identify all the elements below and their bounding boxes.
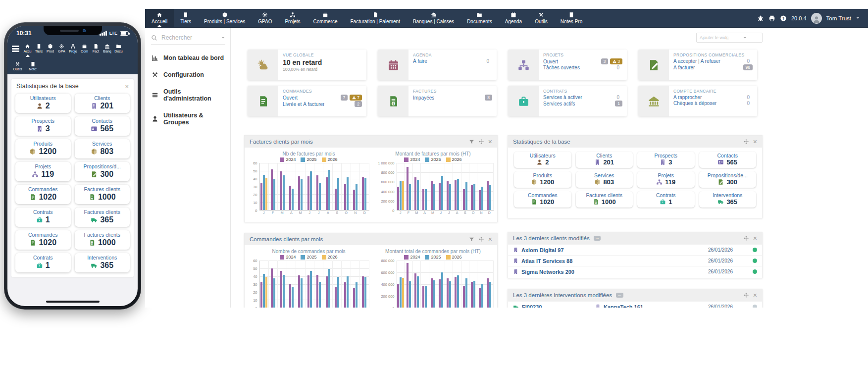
filter-icon[interactable] <box>469 237 474 242</box>
move-icon[interactable] <box>743 292 749 298</box>
nav-item-gpao[interactable]: GPAO <box>252 9 278 27</box>
add-widget-select[interactable]: Ajouter le widget au tableau de bord <box>696 33 763 43</box>
widget-link-impay-es[interactable]: Impayées <box>413 95 434 101</box>
bar <box>271 268 273 308</box>
bar-group <box>278 163 287 210</box>
more-badge[interactable]: ... <box>594 236 601 241</box>
help-icon[interactable]: ? <box>780 15 787 22</box>
move-icon[interactable] <box>743 139 749 145</box>
bar <box>425 189 427 210</box>
bar-group <box>485 163 493 210</box>
stat-card-interventions[interactable]: Interventions365 <box>699 191 757 208</box>
close-icon[interactable]: × <box>488 138 492 145</box>
stat-value: 1020 <box>39 193 56 202</box>
warning-badge[interactable]: 3 <box>610 58 622 64</box>
sidebar-item-mon-tableau-de-bord[interactable]: Mon tableau de bord <box>152 54 230 61</box>
bar <box>335 189 337 210</box>
widget-link-t-ches-ouvertes[interactable]: Tâches ouvertes <box>543 65 580 70</box>
stat-card-projets[interactable]: Projets119 <box>637 171 695 188</box>
avatar[interactable] <box>811 13 822 24</box>
nav-item-projets[interactable]: Projets <box>278 9 306 27</box>
nav-item-banques-caisses[interactable]: Banques | Caisses <box>407 9 460 27</box>
print-icon[interactable] <box>768 15 775 22</box>
search-input[interactable]: Rechercher <box>151 34 225 45</box>
stat-card-factures-clients[interactable]: Factures clients$1000 <box>576 191 633 208</box>
calendar-icon <box>511 12 516 18</box>
client-row[interactable]: Axiom Digital 9726/01/2026 <box>508 244 762 255</box>
phone-screen: 10:31 LTE AccuTiersProdGPAProjeCom$FactB… <box>7 26 138 306</box>
intervention-row[interactable]: FI00230KappaTech 16126/01/2026 <box>508 301 762 308</box>
nav-item-label: Commerce <box>313 19 338 24</box>
count-badge[interactable]: 1 <box>615 101 622 106</box>
client-name[interactable]: Axiom Digital 97 <box>521 247 564 253</box>
intervention-client[interactable]: KappaTech 161 <box>604 304 643 308</box>
client-row[interactable]: Sigma Networks 20026/01/2026 <box>508 266 762 277</box>
nav-item-commerce[interactable]: Commerce <box>307 9 344 27</box>
count-badge[interactable]: 7 <box>341 95 348 101</box>
warning-badge[interactable]: 7 <box>350 95 362 101</box>
stat-card-propositions-de[interactable]: Propositions/de...300 <box>699 171 757 188</box>
stat-card-commandes[interactable]: Commandes1020 <box>514 191 571 208</box>
client-row[interactable]: Atlas IT Services 8826/01/2026 <box>508 255 762 266</box>
y-tick: 400 000 <box>381 282 394 287</box>
close-icon[interactable]: × <box>753 235 757 242</box>
panel-title: Statistiques de la base <box>513 139 570 145</box>
intervention-ref[interactable]: FI00230 <box>522 304 542 308</box>
widget-link-ouvert[interactable]: Ouvert <box>543 59 558 64</box>
nav-item-outils[interactable]: Outils <box>528 9 554 27</box>
count-badge[interactable]: 3 <box>601 58 609 64</box>
nav-item-agenda[interactable]: Agenda <box>499 9 528 27</box>
bar <box>463 286 465 308</box>
stat-card-clients[interactable]: Clients201 <box>576 152 633 168</box>
chevron-down-icon[interactable] <box>221 36 225 40</box>
close-icon[interactable]: × <box>753 138 757 145</box>
more-badge[interactable]: ... <box>616 293 623 298</box>
move-icon[interactable] <box>478 236 484 242</box>
nav-item-tiers[interactable]: Tiers <box>174 9 198 27</box>
phone-nav-docu: Docu <box>113 42 124 53</box>
nav-item-documents[interactable]: Documents <box>460 9 499 27</box>
count-badge[interactable]: 98 <box>743 64 753 70</box>
sidebar-item-utilisateurs-groupes[interactable]: Utilisateurs & Groupes <box>152 112 230 126</box>
widget-link-facturer[interactable]: À facturer <box>673 65 695 70</box>
filter-icon[interactable] <box>469 139 474 145</box>
widget-title: COMMANDES <box>283 89 362 94</box>
client-name[interactable]: Atlas IT Services 88 <box>521 258 572 264</box>
close-icon[interactable]: × <box>488 236 492 243</box>
widget-link-a-accepter-a-refuser[interactable]: A accepter | A refuser <box>673 58 720 64</box>
count-badge[interactable]: 2 <box>355 101 362 107</box>
close-icon[interactable]: × <box>753 292 757 299</box>
stat-value: 1000 <box>602 198 616 206</box>
sidebar-item-configuration[interactable]: Configuration <box>152 71 230 78</box>
stat-card-produits[interactable]: Produits1200 <box>514 171 571 188</box>
bar <box>447 181 449 210</box>
widget-link-services-actifs[interactable]: Services actifs <box>543 101 575 106</box>
stat-card-prospects[interactable]: Prospects3 <box>637 152 695 168</box>
bar <box>307 176 309 210</box>
stat-card-contacts[interactable]: Contacts565 <box>699 152 757 168</box>
sidebar-item-outils-d-administration[interactable]: Outils d'administration <box>152 88 230 102</box>
nav-item-facturation-paiement[interactable]: $Facturation | Paiement <box>344 9 406 27</box>
move-icon[interactable] <box>478 139 484 145</box>
widget-link-ch-ques-d-poser[interactable]: Chèques à déposer <box>673 101 716 106</box>
bug-icon[interactable] <box>757 15 764 22</box>
stat-card-utilisateurs[interactable]: Utilisateurs2 <box>514 152 571 168</box>
move-icon[interactable] <box>743 235 749 241</box>
widget-link-faire[interactable]: À faire <box>413 58 427 64</box>
stat-card-services[interactable]: Services803 <box>576 171 633 188</box>
nav-item-accueil[interactable]: Accueil <box>145 9 174 27</box>
widget-link-a-rapprocher[interactable]: A rapprocher <box>673 95 702 100</box>
bar <box>364 178 366 210</box>
nav-item-notes-pro[interactable]: Notes Pro <box>554 9 589 27</box>
nav-item-produits-services[interactable]: Produits | Services <box>198 9 252 27</box>
user-name[interactable]: Tom Trust <box>826 15 851 21</box>
widget-link-services-activer[interactable]: Services à activer <box>543 95 582 100</box>
stat-card-contrats[interactable]: Contrats1 <box>637 191 695 208</box>
invoice-icon: $ <box>93 44 99 49</box>
client-name[interactable]: Sigma Networks 200 <box>521 269 574 275</box>
count-badge[interactable]: 8 <box>485 95 492 101</box>
chevron-down-icon[interactable] <box>856 16 860 20</box>
widget-link-ouvert[interactable]: Ouvert <box>283 95 298 101</box>
x-tick: M <box>296 211 306 214</box>
widget-link-livr-e-et-facturer[interactable]: Livrée et À facturer <box>283 102 324 107</box>
